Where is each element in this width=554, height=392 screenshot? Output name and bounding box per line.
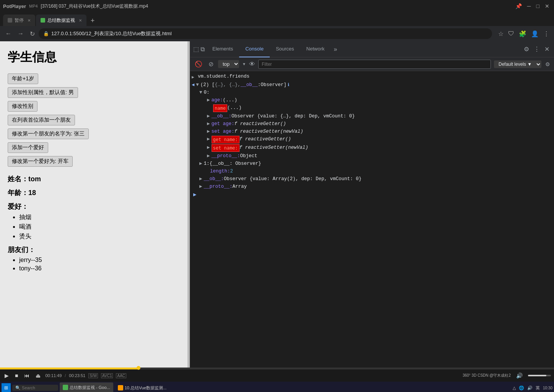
proto2-line: ▶ __proto__: Array bbox=[190, 183, 554, 190]
taskbar-item-1[interactable]: 总结数据监视 - Goo... bbox=[60, 382, 113, 392]
collapse-icon[interactable]: ▼ bbox=[199, 89, 202, 96]
expand-icon[interactable]: ▶ bbox=[207, 144, 210, 151]
nav-icons: ☆ 🛡 🧩 👤 ⋮ bbox=[497, 29, 551, 39]
codec3: AAC bbox=[116, 373, 126, 378]
add-friend-btn[interactable]: 在列表首位添加一个朋友 bbox=[8, 115, 75, 125]
expand-icon[interactable]: ▶ bbox=[199, 176, 202, 182]
extension-icon[interactable]: 🛡 bbox=[507, 29, 516, 39]
address-bar[interactable]: 🔒 127.0.0.1:5500/12_列表渲染/10.总结Vue数据监视.ht… bbox=[39, 28, 492, 39]
refresh-btn[interactable]: ↻ bbox=[28, 29, 37, 39]
prev-btn[interactable]: ⏮ bbox=[23, 372, 31, 379]
filter-input[interactable] bbox=[258, 60, 491, 69]
app-name[interactable]: PotPlayer bbox=[3, 3, 26, 9]
context-selector[interactable]: top bbox=[218, 60, 239, 68]
expand-icon[interactable]: ▶ bbox=[199, 160, 202, 167]
back-btn[interactable]: ← bbox=[3, 29, 14, 39]
taskbar-lang[interactable]: 英 bbox=[536, 385, 540, 391]
modify-gender-btn[interactable]: 修改性别 bbox=[8, 101, 37, 112]
more-tabs-btn[interactable]: » bbox=[331, 46, 340, 53]
close-btn[interactable]: ✕ bbox=[543, 3, 551, 9]
name-value: (...) bbox=[227, 104, 242, 111]
more-options-icon[interactable]: ⋮ bbox=[532, 44, 541, 54]
eye-icon[interactable]: 👁 bbox=[249, 61, 255, 68]
index1-value: {__ob__: Observer} bbox=[210, 160, 261, 167]
console-input[interactable] bbox=[198, 192, 551, 197]
profile-icon[interactable]: 👤 bbox=[530, 29, 540, 39]
restore-btn[interactable]: □ bbox=[535, 3, 541, 9]
volume-fill bbox=[528, 375, 546, 376]
settings-icon[interactable]: ⚙ bbox=[522, 44, 531, 54]
taskbar-search[interactable] bbox=[12, 385, 58, 391]
media-progress-container[interactable] bbox=[0, 368, 554, 369]
expand-icon[interactable]: ▶ bbox=[207, 153, 210, 159]
get-age-line: ▶ get age: f reactiveGetter() bbox=[190, 120, 554, 128]
tab-sources[interactable]: Sources bbox=[270, 41, 300, 57]
hobbies-list: 抽烟 喝酒 烫头 bbox=[19, 213, 180, 241]
taskbar-chevron[interactable]: △ bbox=[513, 385, 516, 390]
add-hobby-btn[interactable]: 添加一个爱好 bbox=[8, 142, 48, 153]
inspector-icon[interactable]: ⬚ bbox=[193, 46, 199, 53]
levels-selector[interactable]: Default levels ▼ bbox=[494, 60, 541, 68]
age-increment-btn[interactable]: 年龄+1岁 bbox=[8, 73, 38, 84]
taskbar-time: 10:30 bbox=[543, 386, 552, 390]
expand-icon[interactable]: ▶ bbox=[207, 128, 210, 135]
name-prop-highlighted: name bbox=[213, 104, 227, 112]
modify-hobby-btn[interactable]: 修改第一个爱好为: 开车 bbox=[8, 156, 73, 167]
dropdown-arrow[interactable]: ▼ bbox=[242, 62, 246, 66]
browser-tab-2[interactable]: 总结数据监视 ✕ bbox=[36, 15, 86, 26]
browser-tab-1[interactable]: 暂停 ✕ bbox=[3, 15, 35, 26]
taskbar-item-2[interactable]: 10.总结Vue数据监测... bbox=[115, 382, 170, 392]
extensions-icon[interactable]: 🧩 bbox=[517, 29, 528, 39]
tab-console[interactable]: Console bbox=[239, 41, 270, 57]
nav-bar: ← → ↻ 🔒 127.0.0.1:5500/12_列表渲染/10.总结Vue数… bbox=[0, 26, 554, 41]
close-devtools-btn[interactable]: ✕ bbox=[543, 44, 551, 54]
device-icon[interactable]: ⧉ bbox=[200, 46, 205, 53]
pause-btn[interactable]: ⊘ bbox=[207, 60, 215, 68]
expand-icon[interactable]: ▶ bbox=[192, 74, 196, 81]
expand-icon[interactable]: ▶ bbox=[207, 97, 210, 104]
proto2-value: Array bbox=[233, 183, 247, 190]
get-name-value: f reactiveGetter() bbox=[240, 136, 291, 143]
total-time: 00:23:51 bbox=[69, 373, 85, 378]
menu-icon[interactable]: ⋮ bbox=[542, 29, 551, 39]
tab-network[interactable]: Network bbox=[300, 41, 331, 57]
collapse-icon[interactable]: ▼ bbox=[196, 81, 199, 88]
taskbar-right: △ 🌐 🔊 英 10:30 bbox=[513, 385, 552, 391]
expand-icon[interactable]: ▶ bbox=[207, 120, 210, 127]
action-buttons: 年龄+1岁 添加性别属性，默认值: 男 修改性别 在列表首位添加一个朋友 修改第… bbox=[8, 73, 180, 170]
clear-console-btn[interactable]: 🚫 bbox=[193, 60, 204, 68]
start-button[interactable]: ⊞ bbox=[2, 383, 11, 392]
forward-btn[interactable]: → bbox=[15, 29, 26, 39]
vol-icon[interactable]: 🔊 bbox=[515, 372, 524, 379]
modify-friend-name-btn[interactable]: 修改第一个朋友的名字为: 张三 bbox=[8, 128, 89, 139]
eject-btn[interactable]: ⏏ bbox=[34, 372, 42, 379]
bracket-close: ] bbox=[284, 81, 287, 88]
back-arrow-icon: ◀ bbox=[192, 81, 194, 88]
stop-btn[interactable]: ■ bbox=[13, 372, 20, 379]
expand-icon[interactable]: ▶ bbox=[207, 113, 210, 120]
prompt-arrow: ▶ bbox=[193, 191, 196, 198]
minimize-btn[interactable]: ─ bbox=[526, 3, 533, 9]
console-settings-icon[interactable]: ⚙ bbox=[544, 60, 551, 68]
list-item: tony--36 bbox=[19, 265, 180, 272]
new-tab-btn[interactable]: + bbox=[87, 15, 98, 26]
tab-elements[interactable]: Elements bbox=[206, 41, 239, 57]
media-info: 360° 3D CSDN @守木成柱2 bbox=[463, 373, 511, 378]
expand-icon[interactable]: ▶ bbox=[207, 136, 210, 143]
volume-bar[interactable] bbox=[528, 375, 551, 376]
ob2-line: ▶ __ob__: Observer {value: Array(2), dep… bbox=[190, 175, 554, 183]
array-result-line: ◀ ▼ (2) [ {…}, {…}, __ob__ : Observer ] … bbox=[190, 81, 554, 89]
title-bar: PotPlayer MP4 [37/168] 037_尚硅谷Vue技术_总结Vu… bbox=[0, 0, 554, 12]
tab1-label: 暂停 bbox=[15, 17, 24, 24]
expand-icon[interactable]: ▶ bbox=[199, 183, 202, 190]
pin-btn[interactable]: 📌 bbox=[514, 3, 523, 9]
set-name-line: ▶ set name: f reactiveSetter(newVal) bbox=[190, 144, 554, 152]
tab2-close[interactable]: ✕ bbox=[79, 18, 82, 23]
add-gender-btn[interactable]: 添加性别属性，默认值: 男 bbox=[8, 87, 78, 98]
tab1-close[interactable]: ✕ bbox=[28, 18, 31, 23]
media-progress-thumb[interactable] bbox=[137, 366, 140, 370]
taskbar-sound[interactable]: 🔊 bbox=[527, 385, 533, 390]
observer-label: Observer bbox=[261, 81, 284, 88]
bookmark-icon[interactable]: ☆ bbox=[497, 29, 505, 39]
play-btn[interactable]: ▶ bbox=[3, 372, 10, 379]
